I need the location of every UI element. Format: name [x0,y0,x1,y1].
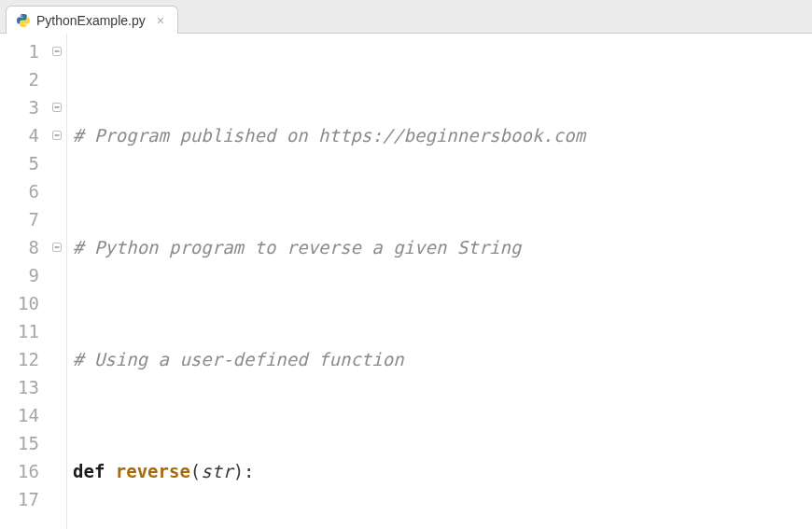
fold-slot [47,429,66,457]
close-tab-icon[interactable]: × [157,13,164,28]
fold-slot [47,317,66,345]
paren-colon: ): [233,461,255,481]
code-line: # Program published on https://beginners… [73,121,812,149]
function-name: reverse [116,461,190,481]
file-tab[interactable]: PythonExample.py × [6,6,178,34]
line-number: 7 [0,205,39,233]
fold-toggle-icon[interactable] [47,233,66,261]
code-line: def reverse(str): [73,457,812,485]
line-number: 3 [0,93,39,121]
comment: # Python program to reverse a given Stri… [73,237,521,258]
file-tab-label: PythonExample.py [36,13,146,28]
line-number: 11 [0,317,39,345]
fold-slot [47,289,66,317]
line-number-gutter: 1234567891011121314151617 [0,34,47,529]
line-number: 4 [0,121,39,149]
line-number: 8 [0,233,39,261]
code-area[interactable]: # Program published on https://beginners… [67,34,812,529]
tab-bar: PythonExample.py × [0,0,812,34]
comment: # Program published on https://beginners… [73,125,585,146]
line-number: 14 [0,401,39,429]
fold-slot [47,485,66,513]
fold-slot [47,205,66,233]
fold-toggle-icon[interactable] [47,121,66,149]
line-number: 12 [0,345,39,373]
fold-slot [47,401,66,429]
fold-slot [47,65,66,93]
line-number: 16 [0,457,39,485]
line-number: 15 [0,429,39,457]
parameter: str [201,461,232,481]
fold-toggle-icon[interactable] [47,37,66,65]
keyword-def: def [73,461,105,481]
python-file-icon [16,13,31,28]
code-line: # Python program to reverse a given Stri… [73,233,812,261]
fold-slot [47,345,66,373]
line-number: 17 [0,485,39,513]
paren: ( [190,461,201,481]
fold-slot [47,149,66,177]
line-number: 2 [0,65,39,93]
fold-slot [47,373,66,401]
code-editor[interactable]: 1234567891011121314151617 # Program publ… [0,34,812,529]
line-number: 5 [0,149,39,177]
line-number: 9 [0,261,39,289]
fold-slot [47,457,66,485]
fold-toggle-icon[interactable] [47,93,66,121]
code-line: # Using a user-defined function [73,345,812,373]
line-number: 1 [0,37,39,65]
line-number: 6 [0,177,39,205]
comment: # Using a user-defined function [73,349,404,369]
line-number: 10 [0,289,39,317]
line-number: 13 [0,373,39,401]
fold-strip [47,34,67,529]
fold-slot [47,177,66,205]
fold-slot [47,261,66,289]
